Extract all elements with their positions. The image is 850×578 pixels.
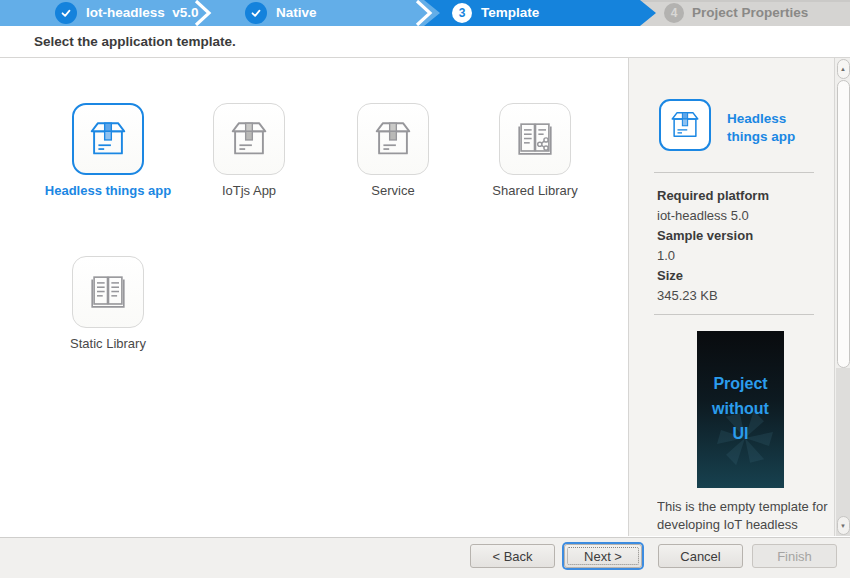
wizard-steps-bar: Iot-headless v5.0 Native 3 Template 4 Pr… — [0, 0, 850, 26]
field-label: Required platform — [657, 186, 827, 206]
template-card-iotjs-app[interactable]: IoTjs App — [213, 103, 285, 175]
wizard-button-bar: < Back Next > Cancel Finish — [0, 537, 850, 578]
chevron-separator-icon — [193, 0, 215, 26]
field-value: 345.23 KB — [657, 286, 827, 306]
step-label: Iot-headless v5.0 — [86, 0, 199, 26]
details-fields: Required platform iot-headless 5.0 Sampl… — [657, 186, 827, 306]
wizard-subtitle-bar: Select the application template. — [0, 26, 850, 58]
divider — [654, 314, 814, 315]
step-template-current: 3 Template — [424, 0, 656, 26]
open-book-share-icon — [499, 103, 571, 175]
field-label: Sample version — [657, 226, 827, 246]
package-icon — [213, 103, 285, 175]
template-card-headless-things-app[interactable]: Headless things app — [72, 103, 144, 175]
scrollbar-track[interactable] — [836, 368, 850, 536]
new-project-wizard-window: Iot-headless v5.0 Native 3 Template 4 Pr… — [0, 0, 850, 578]
template-list: Headless things app IoTjs App Service Sh… — [0, 58, 628, 536]
package-icon — [659, 99, 711, 151]
finish-button[interactable]: Finish — [752, 544, 837, 568]
cancel-button[interactable]: Cancel — [658, 544, 743, 568]
template-card-label: Shared Library — [470, 183, 600, 200]
template-card-shared-library[interactable]: Shared Library — [499, 103, 571, 175]
field-value: 1.0 — [657, 246, 827, 266]
scroll-up-icon[interactable]: ▲ — [837, 59, 850, 79]
scroll-down-icon[interactable]: ▼ — [837, 516, 850, 535]
details-scrollbar[interactable]: ▲ ▼ — [834, 58, 850, 536]
next-button[interactable]: Next > — [564, 544, 642, 568]
open-book-icon — [72, 256, 144, 328]
template-description: This is the empty template for developin… — [657, 498, 845, 535]
step-label: Native — [276, 0, 317, 26]
step-number-badge: 3 — [452, 3, 472, 23]
step-label: Project Properties — [692, 0, 808, 26]
field-value: iot-headless 5.0 — [657, 206, 827, 226]
package-icon — [357, 103, 429, 175]
details-panel: Headless things app Required platform io… — [628, 58, 850, 536]
preview-caption: Project without UI — [706, 372, 776, 446]
template-preview-image: Project without UI — [697, 331, 784, 488]
details-title: Headless things app — [727, 110, 822, 146]
check-icon — [55, 2, 77, 24]
step-label: Template — [481, 0, 539, 26]
template-card-label: Headless things app — [43, 183, 173, 200]
step-number-badge: 4 — [664, 3, 684, 23]
check-icon — [245, 2, 267, 24]
scrollbar-thumb[interactable] — [837, 80, 850, 368]
back-button[interactable]: < Back — [470, 544, 555, 568]
page-instruction: Select the application template. — [34, 26, 236, 57]
template-card-label: IoTjs App — [184, 183, 314, 200]
template-card-service[interactable]: Service — [357, 103, 429, 175]
package-icon — [72, 103, 144, 175]
template-card-static-library[interactable]: Static Library — [72, 256, 144, 328]
divider — [654, 172, 814, 173]
template-card-label: Service — [328, 183, 458, 200]
template-card-label: Static Library — [43, 336, 173, 353]
field-label: Size — [657, 266, 827, 286]
